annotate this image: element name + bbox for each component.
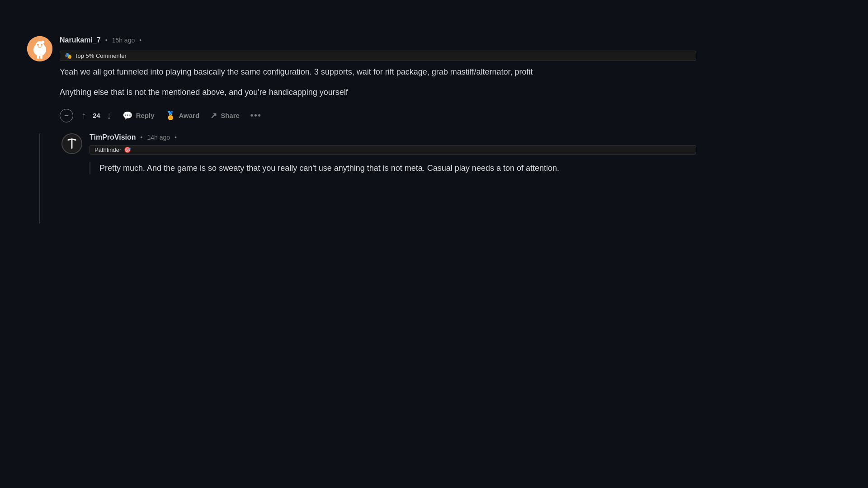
nested-inner-line bbox=[90, 162, 90, 175]
page-container: Narukami_7 • 15h ago • 🎭 Top 5% Commente… bbox=[0, 0, 723, 260]
svg-point-5 bbox=[37, 44, 39, 46]
reply-button[interactable]: 💬 Reply bbox=[118, 108, 159, 123]
more-icon: ••• bbox=[250, 111, 262, 120]
comment-para-2: Anything else that is not the mentioned … bbox=[60, 86, 647, 99]
action-bar: − ↑ 24 ↓ 💬 Reply 🏅 Award bbox=[60, 107, 696, 124]
nested-header: TimProVision • 14h ago • bbox=[90, 133, 696, 141]
svg-point-8 bbox=[42, 48, 45, 51]
nested-comment-text: Pretty much. And the game is so sweaty t… bbox=[99, 162, 559, 175]
collapse-icon: − bbox=[64, 112, 68, 120]
vote-count: 24 bbox=[93, 112, 100, 119]
svg-rect-9 bbox=[37, 55, 39, 59]
thread-line bbox=[39, 133, 40, 224]
timestamp: 15h ago bbox=[112, 37, 135, 44]
nested-text-section: Pretty much. And the game is so sweaty t… bbox=[90, 162, 696, 175]
top-commenter-badge: 🎭 Top 5% Commenter bbox=[60, 51, 696, 61]
svg-point-6 bbox=[41, 44, 42, 46]
nested-comment: TimProVision • 14h ago • Pathfinder 🎯 bbox=[52, 133, 696, 224]
top-comment: Narukami_7 • 15h ago • 🎭 Top 5% Commente… bbox=[27, 36, 696, 124]
thread-line-wrapper bbox=[27, 133, 52, 224]
share-icon: ↗ bbox=[210, 111, 217, 121]
nested-sep-1: • bbox=[141, 134, 143, 141]
nested-comment-inner: TimProVision • 14h ago • Pathfinder 🎯 bbox=[61, 133, 696, 175]
pathfinder-emoji: 🎯 bbox=[124, 146, 131, 153]
nested-timestamp: 14h ago bbox=[147, 134, 170, 141]
reply-icon: 💬 bbox=[123, 111, 132, 121]
badge-text: Top 5% Commenter bbox=[75, 52, 127, 59]
separator-dot-2: • bbox=[139, 37, 142, 44]
award-label: Award bbox=[179, 112, 200, 119]
upvote-button[interactable]: ↑ bbox=[77, 107, 91, 124]
thread-line-container: TimProVision • 14h ago • Pathfinder 🎯 bbox=[27, 133, 696, 224]
reply-label: Reply bbox=[136, 112, 155, 119]
comment-header: Narukami_7 • 15h ago • bbox=[60, 36, 696, 44]
pathfinder-label: Pathfinder bbox=[94, 146, 121, 153]
upvote-icon: ↑ bbox=[81, 110, 86, 122]
nested-avatar bbox=[61, 133, 82, 154]
more-button[interactable]: ••• bbox=[246, 108, 266, 123]
award-icon: 🏅 bbox=[165, 111, 175, 121]
comment-body: Narukami_7 • 15h ago • 🎭 Top 5% Commente… bbox=[60, 36, 696, 124]
comment-text: Yeah we all got funneled into playing ba… bbox=[60, 66, 647, 99]
nested-body: TimProVision • 14h ago • Pathfinder 🎯 bbox=[90, 133, 696, 175]
avatar bbox=[27, 36, 52, 61]
comment-para-1: Yeah we all got funneled into playing ba… bbox=[60, 66, 647, 79]
svg-rect-10 bbox=[40, 55, 42, 59]
pathfinder-badge: Pathfinder 🎯 bbox=[90, 145, 696, 155]
downvote-icon: ↓ bbox=[107, 110, 112, 122]
badge-emoji: 🎭 bbox=[65, 52, 72, 59]
username: Narukami_7 bbox=[60, 36, 101, 44]
svg-point-7 bbox=[34, 48, 37, 51]
comment-thread: Narukami_7 • 15h ago • 🎭 Top 5% Commente… bbox=[27, 36, 696, 224]
share-label: Share bbox=[221, 112, 240, 119]
downvote-button[interactable]: ↓ bbox=[102, 107, 116, 124]
collapse-button[interactable]: − bbox=[60, 109, 73, 122]
separator-dot: • bbox=[105, 37, 108, 44]
nested-username: TimProVision bbox=[90, 133, 136, 141]
nested-sep-2: • bbox=[175, 134, 177, 141]
award-button[interactable]: 🏅 Award bbox=[161, 108, 204, 123]
share-button[interactable]: ↗ Share bbox=[206, 108, 244, 123]
